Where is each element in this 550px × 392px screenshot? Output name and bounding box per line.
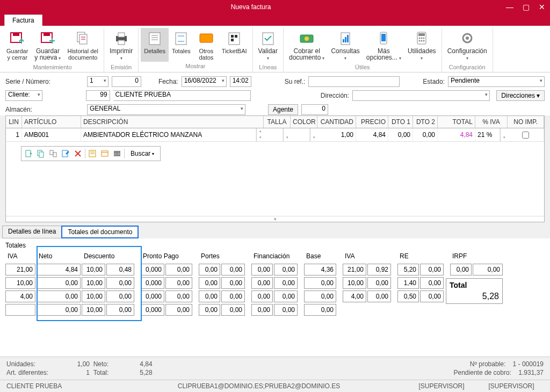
new-line-icon[interactable] [23, 148, 34, 159]
totals-icon [172, 30, 190, 47]
col-total[interactable]: TOTAL [438, 116, 475, 128]
document-history-icon [74, 30, 91, 47]
direccion-select[interactable] [352, 90, 490, 101]
numero-input[interactable]: 0 [112, 76, 141, 87]
col-precio[interactable]: PRECIO [356, 116, 388, 128]
svg-rect-11 [149, 33, 160, 45]
maximize-button[interactable]: ▢ [518, 0, 534, 14]
utilidades-button[interactable]: Utilidades▾ [404, 28, 439, 63]
window-title: Nueva factura [0, 3, 502, 11]
almacen-select[interactable]: GENERAL [87, 104, 245, 115]
col-iva[interactable]: % IVA [475, 116, 508, 128]
grid-body: Buscar ▾ ▾ [5, 142, 545, 222]
svg-point-25 [305, 37, 309, 41]
hora-input[interactable]: 14:02 [230, 76, 251, 87]
svg-rect-28 [345, 37, 346, 42]
duplicate-icon[interactable] [48, 148, 59, 159]
col-dto1[interactable]: DTO 1 [388, 116, 413, 128]
almacen-label: Almacén: [5, 106, 54, 113]
tab-factura[interactable]: Factura [4, 14, 42, 26]
consultas-button[interactable]: Consultas▾ [328, 28, 363, 63]
history-button[interactable]: Historial deldocumento [64, 28, 101, 63]
serie-label: Serie / Número: [5, 78, 54, 85]
validar-button[interactable]: Validar▾ [255, 28, 281, 63]
grand-total: Total 5,28 [446, 278, 503, 304]
svg-rect-18 [200, 34, 213, 42]
tab-detalles-linea[interactable]: Detalles de línea [2, 226, 62, 238]
suref-input[interactable] [308, 76, 400, 87]
table-row[interactable]: 1 AMB001 AMBIENTADOR ELÉCTRICO MANZANA ▴… [5, 128, 545, 142]
minimize-button[interactable]: — [502, 0, 518, 14]
agente-button[interactable]: Agente [268, 104, 298, 115]
col-lin[interactable]: LIN [6, 116, 22, 128]
copy-line-icon[interactable] [35, 148, 46, 159]
col-noimp[interactable]: NO IMP. [508, 116, 544, 128]
cliente-num-input[interactable]: 99 [86, 90, 110, 101]
print-icon [113, 30, 130, 47]
delete-icon[interactable] [73, 148, 83, 159]
col-articulo[interactable]: ARTÍCULO [22, 116, 81, 128]
direccion-label: Dirección: [321, 92, 349, 99]
save-new-button[interactable]: Guardary nueva ▾ [31, 28, 64, 63]
svg-rect-51 [102, 151, 108, 156]
cliente-select[interactable]: Cliente: [5, 90, 42, 101]
status-sup1: [SUPERVISOR] [404, 382, 479, 390]
ticketbai-button[interactable]: TicketBAI [219, 28, 250, 62]
serie-select[interactable]: 1 [87, 76, 108, 87]
buscar-button[interactable]: Buscar ▾ [126, 148, 158, 159]
other-data-icon [198, 30, 215, 47]
edit-icon[interactable] [60, 148, 71, 159]
col-talla[interactable]: TALLA [264, 116, 291, 128]
svg-rect-45 [50, 150, 53, 155]
svg-rect-46 [53, 153, 56, 157]
color-dropdown[interactable]: ▾ [310, 128, 317, 141]
ribbon-tabs: Factura [0, 14, 550, 26]
close-button[interactable]: ✕ [534, 0, 550, 14]
svg-rect-9 [118, 33, 125, 37]
fecha-input[interactable]: 16/08/2022 [182, 76, 227, 87]
agente-input[interactable]: 0 [301, 104, 328, 115]
print-button[interactable]: Imprimir▾ [106, 28, 136, 63]
totals-panel: Totales IVA 21,00 10,00 4,00 Neto 4,84 0… [0, 238, 550, 357]
details-icon [146, 30, 163, 47]
noimp-checkbox[interactable] [522, 132, 529, 139]
note-icon[interactable] [87, 148, 98, 159]
svg-rect-44 [39, 152, 44, 157]
image-icon[interactable] [112, 148, 122, 159]
calculator-icon [413, 30, 430, 47]
detalles-button[interactable]: Detalles [141, 28, 169, 62]
svg-rect-19 [229, 33, 240, 45]
otros-datos-button[interactable]: Otrosdatos [194, 28, 219, 62]
totals-title: Totales [5, 242, 545, 249]
tab-totales-documento[interactable]: Totales del documento [61, 226, 139, 238]
svg-point-37 [419, 40, 421, 42]
svg-rect-29 [347, 35, 349, 42]
status-cliente: CLIENTE PRUEBA [6, 382, 114, 390]
svg-point-41 [466, 37, 469, 40]
desc-spinner[interactable]: ▴▾ [256, 128, 264, 141]
mas-opciones-button[interactable]: Másopciones... ▾ [363, 28, 404, 63]
save-close-button[interactable]: Guardary cerrar [3, 28, 31, 63]
col-cantidad[interactable]: CANTIDAD [317, 116, 356, 128]
footer-summary: Unidades:1,00 Neto:4,84 Art. diferentes:… [0, 357, 550, 380]
col-descripcion[interactable]: DESCRIPCIÓN [81, 116, 264, 128]
suref-label: Su ref.: [285, 78, 306, 85]
money-icon [298, 30, 315, 47]
iva-dropdown[interactable]: ▾ [500, 128, 508, 141]
cobrar-button[interactable]: Cobrar eldocumento ▾ [286, 28, 328, 63]
col-color[interactable]: COLOR [291, 116, 317, 128]
save-new-icon [39, 30, 56, 47]
cliente-nom-input[interactable]: CLIENTE PRUEBA [113, 90, 251, 101]
svg-rect-21 [235, 35, 237, 38]
svg-point-39 [423, 40, 425, 42]
talla-dropdown[interactable]: ▾ [283, 128, 291, 141]
status-email: CLIPRUEBA1@DOMINIO.ES;PRUEBA2@DOMINIO.ES [114, 382, 404, 390]
svg-point-38 [421, 40, 423, 42]
totales-button[interactable]: Totales [169, 28, 194, 62]
svg-rect-3 [44, 33, 50, 36]
attach-icon[interactable] [99, 148, 110, 159]
estado-select[interactable]: Pendiente [448, 76, 545, 87]
col-dto2[interactable]: DTO 2 [413, 116, 438, 128]
config-button[interactable]: Configuración▾ [444, 28, 490, 63]
direcciones-button[interactable]: Direcciones ▾ [496, 90, 545, 101]
